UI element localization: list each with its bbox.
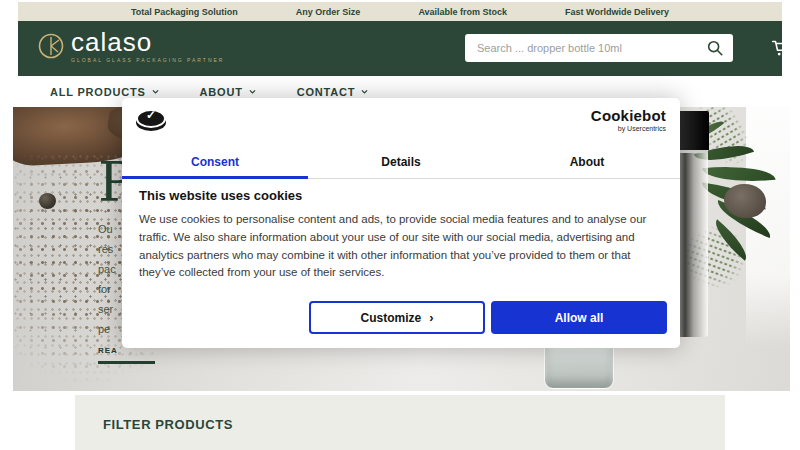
search-icon[interactable] bbox=[706, 39, 724, 57]
brand-wordmark: calaso bbox=[71, 29, 224, 55]
logo[interactable]: calaso GLOBAL GLASS PACKAGING PARTNER bbox=[38, 29, 224, 63]
chevron-down-icon bbox=[248, 87, 257, 96]
customize-button-label: Customize bbox=[360, 311, 421, 325]
nav-item-contact[interactable]: CONTACT bbox=[297, 86, 370, 98]
dialog-actions: Customize › Allow all bbox=[309, 301, 667, 334]
cookiebot-brand-sub: by Usercentrics bbox=[591, 125, 666, 132]
announcement-item: Total Packaging Solution bbox=[131, 7, 238, 17]
stone-photo-element bbox=[724, 184, 766, 218]
nav-item-about[interactable]: ABOUT bbox=[200, 86, 257, 98]
dialog-header: ✓ Cookiebot by Usercentrics bbox=[122, 98, 680, 148]
tab-about[interactable]: About bbox=[494, 148, 680, 178]
allow-all-button[interactable]: Allow all bbox=[491, 301, 667, 334]
dialog-body: This website uses cookies We use cookies… bbox=[139, 188, 663, 282]
cookie-consent-dialog: ✓ Cookiebot by Usercentrics Consent Deta… bbox=[122, 98, 680, 348]
announcement-item: Fast Worldwide Delivery bbox=[565, 7, 669, 17]
filter-products-panel: FILTER PRODUCTS bbox=[75, 395, 725, 450]
read-more-underline bbox=[98, 361, 155, 364]
cookiebot-brand: Cookiebot by Usercentrics bbox=[591, 107, 666, 132]
search-bar bbox=[465, 34, 733, 62]
cookiebot-logo-icon: ✓ bbox=[136, 109, 166, 133]
announcement-item: Any Order Size bbox=[296, 7, 361, 17]
tab-consent[interactable]: Consent bbox=[122, 148, 308, 178]
dialog-tabs: Consent Details About bbox=[122, 148, 680, 179]
nav-item-label: ABOUT bbox=[200, 86, 243, 98]
nav-item-label: ALL PRODUCTS bbox=[50, 86, 146, 98]
search-input[interactable] bbox=[465, 42, 706, 54]
nav-item-all-products[interactable]: ALL PRODUCTS bbox=[50, 86, 160, 98]
announcement-bar: Total Packaging Solution Any Order Size … bbox=[18, 2, 782, 21]
chevron-down-icon bbox=[360, 87, 369, 96]
page: Total Packaging Solution Any Order Size … bbox=[0, 0, 800, 450]
dialog-title: This website uses cookies bbox=[139, 188, 663, 203]
brand-tagline: GLOBAL GLASS PACKAGING PARTNER bbox=[71, 57, 224, 63]
seed-photo-element bbox=[39, 193, 56, 209]
filter-products-title: FILTER PRODUCTS bbox=[75, 395, 725, 432]
cookiebot-brand-name: Cookiebot bbox=[591, 107, 666, 124]
nav-item-label: CONTACT bbox=[297, 86, 356, 98]
customize-button[interactable]: Customize › bbox=[309, 301, 485, 334]
logo-emblem-icon bbox=[38, 33, 64, 59]
dialog-description: We use cookies to personalise content an… bbox=[139, 211, 663, 282]
tab-details[interactable]: Details bbox=[308, 148, 494, 178]
cart-icon[interactable] bbox=[770, 37, 792, 59]
site-header: calaso GLOBAL GLASS PACKAGING PARTNER bbox=[18, 21, 782, 76]
chevron-down-icon bbox=[151, 87, 160, 96]
announcement-item: Available from Stock bbox=[418, 7, 507, 17]
chevron-right-icon: › bbox=[429, 311, 433, 324]
